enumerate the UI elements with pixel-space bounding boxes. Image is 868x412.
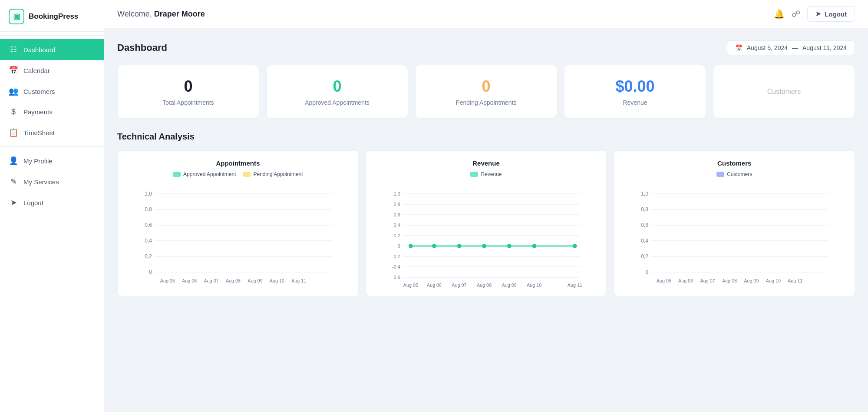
svg-point-43	[532, 244, 536, 248]
legend-approved: Approved Appointment	[173, 171, 236, 177]
sidebar-label-myprofile: My Profile	[23, 157, 53, 165]
svg-text:0,4: 0,4	[393, 223, 400, 228]
customers-chart-svg: 1,0 0,8 0,6 0,4 0,2 0 Aug 05 Aug 06 Aug …	[623, 183, 846, 288]
stat-value-total: 0	[126, 77, 250, 96]
logo-text: BookingPress	[29, 12, 78, 21]
legend-pending: Pending Appointment	[243, 171, 303, 177]
svg-text:Aug 05: Aug 05	[657, 278, 671, 283]
sidebar-item-dashboard[interactable]: ☷ Dashboard	[0, 39, 104, 60]
appointments-chart-svg: 1,0 0,8 0,6 0,4 0,2 0 Aug 05 Aug 06 Aug …	[126, 183, 350, 288]
logout-btn-icon: ➤	[815, 10, 821, 18]
date-separator: —	[792, 44, 798, 51]
appointments-chart-title: Appointments	[126, 159, 350, 167]
svg-text:Aug 10: Aug 10	[766, 278, 781, 283]
page-content: Dashboard 📅 August 5, 2024 — August 11, …	[104, 28, 868, 309]
appointments-chart-card: Appointments Approved Appointment Pendin…	[117, 150, 359, 297]
svg-text:Aug 10: Aug 10	[527, 282, 541, 288]
wordpress-icon[interactable]: ☍	[792, 9, 800, 19]
svg-point-40	[457, 244, 461, 248]
svg-text:Aug 07: Aug 07	[204, 278, 219, 283]
stat-value-approved: 0	[275, 77, 399, 96]
svg-text:Aug 07: Aug 07	[700, 278, 715, 283]
logo-icon: ▣	[9, 9, 24, 24]
svg-text:Aug 08: Aug 08	[477, 282, 492, 288]
sidebar-item-logout[interactable]: ➤ Logout	[0, 192, 104, 213]
svg-text:0,8: 0,8	[641, 206, 648, 213]
grid-icon: ☷	[9, 45, 18, 54]
svg-text:1,0: 1,0	[641, 191, 648, 197]
svg-text:-0,6: -0,6	[392, 275, 400, 280]
main-content: Welcome, Draper Moore 🔔 ☍ ➤ Logout Dashb…	[104, 0, 868, 412]
svg-point-42	[507, 244, 511, 248]
legend-customers-box	[716, 172, 724, 177]
appointments-chart-legend: Approved Appointment Pending Appointment	[126, 171, 350, 177]
legend-revenue-label: Revenue	[481, 171, 502, 177]
sidebar-label-timesheet: TimeSheet	[23, 129, 55, 136]
charts-row: Appointments Approved Appointment Pendin…	[117, 150, 855, 297]
user-name: Draper Moore	[154, 10, 205, 18]
svg-text:Aug 06: Aug 06	[678, 278, 693, 283]
stat-card-approved: 0 Approved Appointments	[266, 65, 408, 119]
customers-chart-legend: Customers	[623, 171, 846, 177]
sidebar-label-payments: Payments	[23, 108, 53, 116]
svg-text:Aug 11: Aug 11	[291, 278, 306, 283]
legend-revenue: Revenue	[470, 171, 502, 177]
logout-button[interactable]: ➤ Logout	[807, 6, 855, 22]
date-range-picker[interactable]: 📅 August 5, 2024 — August 11, 2024	[727, 40, 855, 55]
svg-point-44	[573, 244, 577, 248]
stat-value-pending: 0	[424, 77, 548, 96]
page-title: Dashboard	[117, 42, 167, 53]
svg-text:Aug 07: Aug 07	[452, 282, 466, 288]
svg-text:0: 0	[645, 269, 648, 275]
svg-text:0: 0	[397, 243, 400, 249]
calendar-icon: 📅	[9, 66, 18, 75]
legend-customers: Customers	[716, 171, 752, 177]
list-icon: ✎	[9, 177, 18, 186]
sidebar-label-myservices: My Services	[23, 178, 59, 186]
stat-card-total: 0 Total Appointments	[117, 65, 259, 119]
sidebar-item-calendar[interactable]: 📅 Calendar	[0, 60, 104, 81]
clipboard-icon: 📋	[9, 128, 18, 137]
sidebar-item-timesheet[interactable]: 📋 TimeSheet	[0, 122, 104, 143]
stat-label-revenue: Revenue	[573, 99, 697, 106]
svg-text:-0,2: -0,2	[392, 254, 400, 259]
svg-text:Aug 05: Aug 05	[403, 282, 418, 288]
revenue-chart-svg-wrap: 1,0 0,8 0,6 0,4 0,2 0 -0,2 -0,4 -0,6	[375, 183, 598, 288]
revenue-chart-legend: Revenue	[375, 171, 598, 177]
sidebar: ▣ BookingPress ☷ Dashboard 📅 Calendar 👥 …	[0, 0, 104, 412]
svg-text:0,6: 0,6	[393, 212, 400, 217]
svg-text:0,6: 0,6	[641, 222, 648, 228]
dollar-icon: $	[9, 107, 18, 116]
legend-approved-label: Approved Appointment	[183, 171, 236, 177]
svg-point-41	[482, 244, 486, 248]
revenue-chart-title: Revenue	[375, 159, 598, 167]
welcome-prefix: Welcome,	[117, 10, 154, 18]
technical-analysis-section: Technical Analysis Appointments Approved…	[117, 132, 855, 297]
svg-point-39	[432, 244, 436, 248]
stat-card-customers: Customers	[713, 65, 855, 119]
sidebar-label-calendar: Calendar	[23, 67, 50, 74]
stat-label-customers-card: Customers	[767, 88, 801, 96]
svg-text:Aug 08: Aug 08	[226, 278, 241, 283]
sidebar-item-myservices[interactable]: ✎ My Services	[0, 171, 104, 192]
legend-pending-box	[243, 172, 251, 177]
sidebar-item-customers[interactable]: 👥 Customers	[0, 81, 104, 102]
svg-text:1,0: 1,0	[393, 191, 400, 196]
stats-row: 0 Total Appointments 0 Approved Appointm…	[117, 65, 855, 119]
customers-chart-svg-wrap: 1,0 0,8 0,6 0,4 0,2 0 Aug 05 Aug 06 Aug …	[623, 183, 846, 288]
sidebar-label-customers: Customers	[23, 88, 55, 95]
stat-card-revenue: $0.00 Revenue	[564, 65, 706, 119]
legend-customers-label: Customers	[727, 171, 752, 177]
customers-chart-title: Customers	[623, 159, 846, 167]
sidebar-item-myprofile[interactable]: 👤 My Profile	[0, 150, 104, 171]
svg-text:Aug 08: Aug 08	[722, 278, 737, 283]
welcome-text: Welcome, Draper Moore	[117, 10, 205, 18]
stat-label-pending: Pending Appointments	[424, 99, 548, 106]
legend-approved-box	[173, 172, 181, 177]
svg-text:Aug 11: Aug 11	[788, 278, 802, 283]
date-start: August 5, 2024	[747, 44, 788, 51]
section-title-analysis: Technical Analysis	[117, 132, 855, 142]
notification-icon[interactable]: 🔔	[774, 9, 785, 19]
sidebar-item-payments[interactable]: $ Payments	[0, 102, 104, 122]
svg-text:Aug 11: Aug 11	[567, 282, 582, 288]
